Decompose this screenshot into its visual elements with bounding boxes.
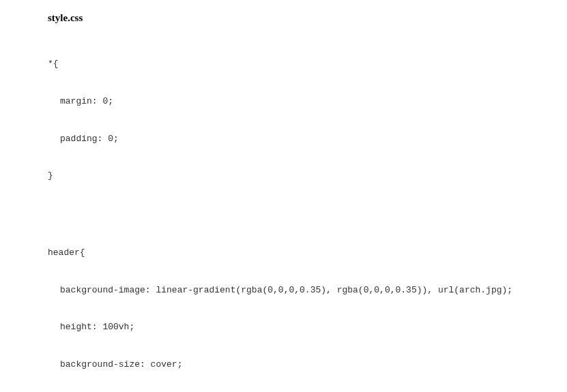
code-line: *{ xyxy=(48,58,567,70)
file-name-heading: style.css xyxy=(48,12,567,24)
code-line: background-size: cover; xyxy=(48,359,567,371)
code-line: padding: 0; xyxy=(48,133,567,145)
code-line: background-image: linear-gradient(rgba(0… xyxy=(48,284,567,297)
code-line: margin: 0; xyxy=(48,95,567,108)
code-line: height: 100vh; xyxy=(48,321,567,333)
css-code-block: *{ margin: 0; padding: 0; } header{ back… xyxy=(48,33,567,392)
blank-line xyxy=(48,207,567,222)
code-line: } xyxy=(48,170,567,182)
code-line: header{ xyxy=(48,247,567,259)
